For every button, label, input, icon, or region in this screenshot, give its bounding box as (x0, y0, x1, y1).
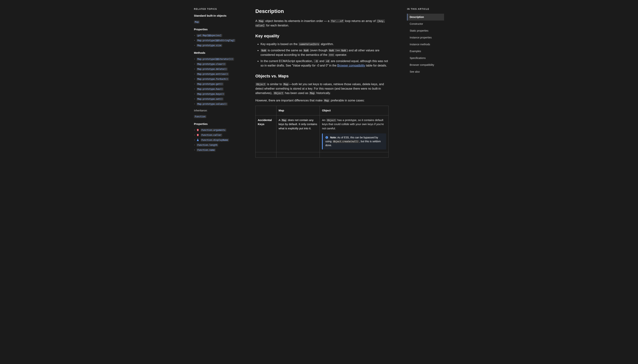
toc-item-specifications[interactable]: Specifications (407, 55, 444, 62)
para-objects-maps: Object is similar to Map—both let you se… (255, 82, 388, 95)
table-header-map: Map (276, 106, 320, 116)
sidebar-link-method[interactable]: Map.prototype.keys() (194, 92, 250, 96)
properties-head: Properties (194, 27, 250, 32)
key-equality-list: Key equality is based on the sameValueZe… (255, 42, 388, 68)
table-header-object: Object (320, 106, 388, 116)
sidebar-link-func-prop[interactable]: Function.displayName (194, 138, 250, 142)
toc-item-instance-methods[interactable]: Instance methods (407, 41, 444, 48)
sidebar-link-func-prop[interactable]: Function.name (194, 148, 250, 152)
row-head-accidental-keys: Accidental Keys (256, 115, 276, 152)
trash-icon (196, 128, 199, 131)
list-item: Key equality is based on the sameValueZe… (261, 42, 388, 46)
sidebar-left: Related Topics Standard built-in objects… (194, 0, 250, 158)
note-label: Note: (330, 136, 337, 139)
related-topics-label: Related Topics (194, 8, 250, 11)
list-item: NaN is considered the same as NaN (even … (261, 48, 388, 57)
table-row: Accidental Keys A Map does not contain a… (256, 115, 388, 152)
row-head-next (256, 152, 276, 158)
info-icon (325, 136, 328, 139)
sidebar-link-method[interactable]: Map.prototype.forEach() (194, 76, 250, 82)
heading-objects-vs-maps: Objects vs. Maps (255, 73, 388, 79)
sidebar-link-prop[interactable]: get Map[@@species] (194, 33, 250, 38)
sidebar-link-func-prop[interactable]: Function.caller (194, 132, 250, 138)
para-intro: A Map object iterates its elements in in… (255, 19, 388, 28)
sidebar-link-map[interactable]: Map (194, 20, 250, 24)
methods-head: Methods (194, 51, 250, 55)
heading-key-equality: Key equality (255, 33, 388, 39)
sidebar-link-prop[interactable]: Map.prototype.size (194, 43, 250, 48)
sidebar-link-method[interactable]: Map.prototype.values() (194, 102, 250, 106)
cell-map-accidental: A Map does not contain any keys by defau… (276, 115, 320, 152)
sidebar-link-method[interactable]: Map.prototype.has() (194, 86, 250, 92)
toc-label: In this article (407, 8, 444, 11)
sidebar-link-prop[interactable]: Map.prototype[@@toStringTag] (194, 38, 250, 43)
cell-object-next (320, 152, 388, 158)
browser-compat-link[interactable]: Browser compatibility (337, 64, 365, 67)
toc-item-static-properties[interactable]: Static properties (407, 27, 444, 34)
table-row (256, 152, 388, 158)
toc-item-description[interactable]: Description (407, 14, 444, 20)
toc-item-instance-properties[interactable]: Instance properties (407, 34, 444, 41)
beaker-icon (196, 138, 199, 141)
sidebar-link-method[interactable]: Map.prototype.get() (194, 82, 250, 86)
toc-item-examples[interactable]: Examples (407, 48, 444, 55)
sidebar-link-method[interactable]: Map.prototype.entries() (194, 72, 250, 76)
built-in-objects-head: Standard built-in objects (194, 14, 250, 18)
svg-rect-1 (327, 137, 327, 138)
toc-item-see-also[interactable]: See also (407, 68, 444, 75)
sidebar-link-method[interactable]: Map.prototype[@@iterator]() (194, 56, 250, 62)
table-of-contents: In this article Description Constructor … (407, 0, 444, 158)
sidebar-link-method[interactable]: Map.prototype.clear() (194, 62, 250, 66)
heading-description: Description (255, 8, 388, 15)
article-main: Description A Map object iterates its el… (255, 0, 388, 158)
inheritance-label: Inheritance: (194, 109, 250, 112)
sidebar-link-method[interactable]: Map.prototype.set() (194, 96, 250, 102)
sidebar-link-func-prop[interactable]: Function.length (194, 142, 250, 148)
func-properties-head: Properties (194, 122, 250, 126)
toc-item-constructor[interactable]: Constructor (407, 20, 444, 27)
comparison-table: Map Object Accidental Keys A Map does no… (255, 106, 388, 158)
table-corner (256, 106, 276, 116)
cell-map-next (276, 152, 320, 158)
cell-object-accidental: An Object has a prototype, so it contain… (320, 115, 388, 152)
toc-item-browser-compatibility[interactable]: Browser compatibility (407, 62, 444, 68)
note-box: Note: As of ES5, this can be bypassed by… (322, 134, 386, 150)
svg-point-2 (327, 137, 327, 137)
sidebar-link-func-prop[interactable]: Function.arguments (194, 128, 250, 132)
sidebar-link-method[interactable]: Map.prototype.delete() (194, 66, 250, 72)
trash-icon (196, 134, 199, 136)
list-item: In the current ECMAScript specification,… (261, 59, 388, 68)
sidebar-link-function[interactable]: Function (194, 114, 250, 119)
para-differences: However, there are important differences… (255, 98, 388, 103)
